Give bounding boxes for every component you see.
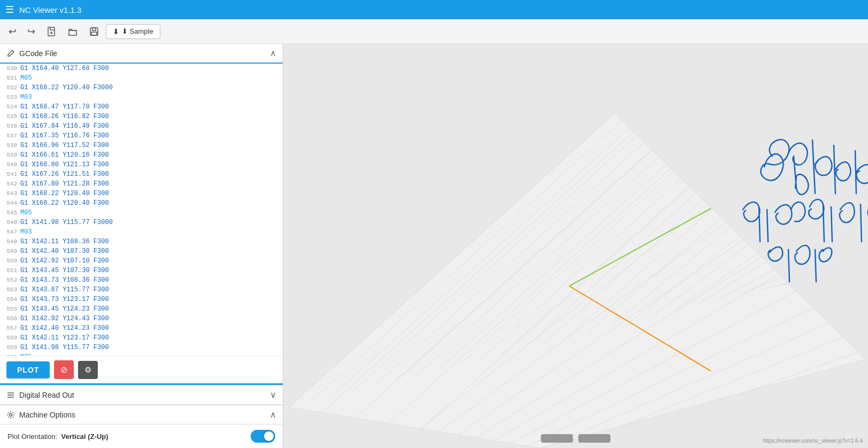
plot-orientation-label: Plot Orientation: Vertical (Z-Up) — [7, 432, 108, 441]
status-bar: https://ncviewer.com/nc_viewer.js?v=1.6.… — [763, 438, 863, 444]
table-row: 538G1 X166.96 Y117.52 F300 — [0, 141, 283, 150]
settings-button[interactable]: ⚙ — [78, 361, 98, 379]
list-icon — [6, 391, 15, 399]
table-row: 546G1 X141.98 Y115.77 F3000 — [0, 218, 283, 227]
dro-chevron-icon: ∨ — [270, 390, 276, 400]
table-row: 535G1 X168.26 Y116.82 F300 — [0, 112, 283, 121]
table-row: 539G1 X166.61 Y120.16 F300 — [0, 150, 283, 160]
sample-label: ⬇ Sample — [122, 27, 153, 35]
gear-icon — [6, 411, 15, 419]
plot-orientation-toggle[interactable] — [251, 430, 275, 443]
plot-button[interactable]: PLOT — [6, 361, 50, 379]
table-row: 533M03 — [0, 92, 283, 102]
status-text: https://ncviewer.com/nc_viewer.js?v=1.6.… — [763, 438, 863, 444]
table-row: 543G1 X168.22 Y120.40 F300 — [0, 189, 283, 198]
machine-options-title: Machine Options — [19, 411, 75, 419]
gcode-chevron-icon: ∧ — [270, 48, 276, 58]
svg-rect-6 — [91, 32, 97, 35]
viewport[interactable] — [283, 44, 868, 448]
table-row: 536G1 X167.84 Y116.49 F300 — [0, 121, 283, 131]
table-row: 558G1 X142.11 Y123.17 F300 — [0, 333, 283, 343]
table-row: 531M05 — [0, 73, 283, 83]
save-file-button[interactable] — [84, 23, 104, 40]
table-row: 551G1 X143.45 Y107.30 F300 — [0, 266, 283, 275]
toolbar: ↩ ↪ ⬇ ⬇ Sample — [0, 19, 868, 44]
redo-button[interactable]: ↪ — [23, 22, 40, 41]
viewport-button-1[interactable] — [541, 434, 573, 443]
table-row: 552G1 X143.73 Y108.36 F300 — [0, 275, 283, 285]
edit-icon — [6, 49, 15, 58]
svg-rect-5 — [92, 28, 96, 30]
left-panel: GCode File ∧ 530G1 X164.40 Y127.68 F3005… — [0, 44, 283, 448]
plot-controls: PLOT ⊘ ⚙ — [0, 356, 283, 383]
table-row: 549G1 X142.40 Y107.30 F300 — [0, 246, 283, 256]
table-row: 541G1 X167.26 Y121.51 F300 — [0, 169, 283, 179]
dro-section-header[interactable]: Digital Read Out ∨ — [0, 385, 283, 405]
table-row: 559G1 X141.98 Y115.77 F300 — [0, 343, 283, 352]
table-row: 544G1 X168.22 Y120.40 F300 — [0, 198, 283, 208]
new-file-button[interactable] — [42, 23, 61, 40]
table-row: 545M05 — [0, 208, 283, 218]
table-row: 553G1 X143.87 Y115.77 F300 — [0, 285, 283, 295]
table-row: 555G1 X143.45 Y124.23 F300 — [0, 304, 283, 314]
viewport-svg — [283, 44, 868, 448]
table-row: 540G1 X166.80 Y121.13 F300 — [0, 160, 283, 169]
table-row: 542G1 X167.80 Y121.28 F300 — [0, 179, 283, 189]
table-row: 547M03 — [0, 227, 283, 237]
open-file-button[interactable] — [63, 23, 82, 40]
menu-icon[interactable]: ☰ — [5, 4, 14, 16]
code-area[interactable]: 530G1 X164.40 Y127.68 F300531M05532G1 X1… — [0, 64, 283, 356]
viewport-buttons — [541, 434, 610, 443]
machine-options-chevron-icon: ∧ — [270, 410, 276, 420]
machine-options-content: Plot Orientation: Vertical (Z-Up) — [0, 424, 283, 448]
table-row: 557G1 X142.40 Y124.23 F300 — [0, 323, 283, 333]
undo-button[interactable]: ↩ — [4, 22, 21, 41]
table-row: 530G1 X164.40 Y127.68 F300 — [0, 64, 283, 73]
gcode-section-header[interactable]: GCode File ∧ — [0, 44, 283, 64]
stop-button[interactable]: ⊘ — [54, 360, 74, 379]
topbar: ☰ NC Viewer v1.1.3 — [0, 0, 868, 19]
table-row: 537G1 X167.35 Y116.76 F300 — [0, 131, 283, 141]
machine-options-header[interactable]: Machine Options ∧ — [0, 405, 283, 424]
gcode-section-title: GCode File — [19, 49, 57, 58]
svg-point-10 — [10, 413, 12, 416]
main-area: GCode File ∧ 530G1 X164.40 Y127.68 F3005… — [0, 44, 868, 448]
table-row: 532G1 X168.22 Y120.40 F3000 — [0, 83, 283, 92]
table-row: 534G1 X168.47 Y117.70 F300 — [0, 102, 283, 112]
table-row: 548G1 X142.11 Y108.36 F300 — [0, 237, 283, 246]
right-panel: https://ncviewer.com/nc_viewer.js?v=1.6.… — [283, 44, 868, 448]
table-row: 554G1 X143.73 Y123.17 F300 — [0, 295, 283, 304]
table-row: 550G1 X142.92 Y107.10 F300 — [0, 256, 283, 266]
table-row: 556G1 X142.92 Y124.43 F300 — [0, 314, 283, 323]
gcode-panel: GCode File ∧ 530G1 X164.40 Y127.68 F3005… — [0, 44, 283, 385]
table-row: 560M05 — [0, 352, 283, 356]
viewport-button-2[interactable] — [578, 434, 610, 443]
dro-section: Digital Read Out ∨ — [0, 385, 283, 405]
app-title: NC Viewer v1.1.3 — [19, 5, 81, 14]
sample-button[interactable]: ⬇ ⬇ Sample — [106, 24, 160, 39]
dro-section-title: Digital Read Out — [19, 391, 74, 399]
machine-options-section: Machine Options ∧ Plot Orientation: Vert… — [0, 405, 283, 448]
